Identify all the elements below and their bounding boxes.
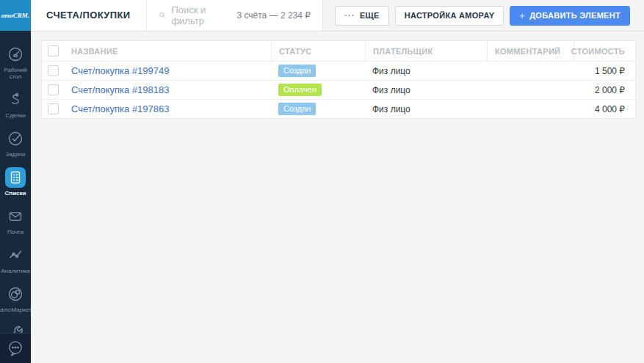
row-checkbox-cell: [42, 103, 64, 114]
row-checkbox-cell: [42, 84, 64, 95]
column-header-name[interactable]: НАЗВАНИЕ: [64, 41, 271, 61]
logo-text: amoCRM.: [1, 12, 29, 19]
tasks-icon: [5, 128, 26, 149]
sidebar-item-label: Сделки: [5, 112, 25, 119]
add-element-button[interactable]: + ДОБАВИТЬ ЭЛЕМЕНТ: [510, 6, 630, 26]
dashboard-icon: [5, 44, 26, 65]
top-bar-left: СЧЕТА/ПОКУПКИ Поиск и фильтр 3 счёта — 2…: [31, 0, 323, 31]
price-cell: 2 000 ₽: [574, 85, 635, 95]
analytics-icon: [5, 245, 26, 265]
totals-summary: 3 счёта — 2 234 ₽: [236, 0, 322, 31]
payer-cell: Физ лицо: [365, 104, 487, 114]
sidebar-item-label: Аналитика: [1, 268, 30, 274]
sidebar: amoCRM. Рабочий стол Сделки Задачи Спис: [0, 0, 31, 363]
sidebar-item-mail[interactable]: Почта: [0, 202, 31, 241]
search-placeholder: Поиск и фильтр: [171, 4, 225, 26]
invoice-link[interactable]: Счет/покупка #199749: [71, 65, 169, 76]
amocrm-logo[interactable]: amoCRM.: [0, 0, 31, 31]
row-checkbox-cell: [42, 65, 64, 76]
column-header-status[interactable]: СТАТУС: [271, 41, 365, 61]
row-checkbox[interactable]: [48, 103, 59, 114]
header-checkbox-cell: [42, 45, 64, 56]
column-header-price[interactable]: СТОИМОСТЬ: [574, 41, 635, 61]
sidebar-item-tasks[interactable]: Задачи: [0, 124, 31, 163]
lists-icon: [5, 167, 26, 188]
table-row: Счет/покупка #198183 Оплачен Физ лицо 2 …: [42, 80, 635, 99]
plus-icon: +: [519, 10, 525, 21]
mail-icon: [5, 206, 26, 227]
add-button-label: ДОБАВИТЬ ЭЛЕМЕНТ: [529, 11, 621, 20]
deals-icon: [5, 89, 26, 110]
sidebar-item-label: Рабочий стол: [0, 67, 31, 80]
support-chat-button[interactable]: [0, 333, 31, 363]
sidebar-item-label: Почта: [7, 229, 23, 235]
sidebar-item-deals[interactable]: Сделки: [0, 85, 31, 124]
sidebar-item-label: Задачи: [6, 151, 26, 158]
search-input[interactable]: Поиск и фильтр: [147, 0, 237, 31]
chat-icon: [6, 339, 25, 358]
market-icon: [5, 284, 26, 304]
sidebar-item-lists[interactable]: Списки: [0, 163, 31, 202]
payer-cell: Физ лицо: [365, 66, 487, 76]
invoice-link[interactable]: Счет/покупка #197863: [71, 103, 169, 114]
sidebar-nav: Рабочий стол Сделки Задачи Списки Почта: [0, 31, 31, 357]
column-header-payer[interactable]: ПЛАТЕЛЬЩИК: [365, 41, 487, 61]
status-badge: Оплачен: [278, 84, 322, 96]
more-button[interactable]: ··· ЕЩЕ: [335, 6, 389, 26]
column-header-comment[interactable]: КОММЕНТАРИЙ: [487, 41, 574, 61]
status-badge: Создан: [278, 65, 316, 77]
select-all-checkbox[interactable]: [48, 45, 59, 56]
price-cell: 1 500 ₽: [574, 66, 635, 76]
row-checkbox[interactable]: [48, 84, 59, 95]
search-icon: [159, 10, 167, 21]
amopay-button-label: НАСТРОЙКА AMOPAY: [405, 11, 495, 20]
top-bar-actions: ··· ЕЩЕ НАСТРОЙКА AMOPAY + ДОБАВИТЬ ЭЛЕМ…: [323, 0, 644, 31]
row-checkbox[interactable]: [48, 65, 59, 76]
payer-cell: Физ лицо: [365, 85, 487, 95]
invoices-table: НАЗВАНИЕ СТАТУС ПЛАТЕЛЬЩИК КОММЕНТАРИЙ С…: [41, 40, 636, 119]
page-title: СЧЕТА/ПОКУПКИ: [31, 0, 147, 31]
more-button-label: ЕЩЕ: [360, 11, 380, 20]
price-cell: 4 000 ₽: [574, 104, 635, 114]
sidebar-item-dashboard[interactable]: Рабочий стол: [0, 38, 31, 85]
table-row: Счет/покупка #197863 Создан Физ лицо 4 0…: [42, 99, 635, 118]
amopay-settings-button[interactable]: НАСТРОЙКА AMOPAY: [395, 6, 504, 26]
sidebar-item-market[interactable]: amoМаркет: [0, 279, 31, 318]
invoice-link[interactable]: Счет/покупка #198183: [71, 84, 169, 95]
sidebar-item-label: amoМаркет: [0, 307, 31, 313]
sidebar-item-analytics[interactable]: Аналитика: [0, 241, 31, 279]
sidebar-item-label: Списки: [5, 190, 26, 197]
ellipsis-icon: ···: [344, 10, 355, 21]
status-badge: Создан: [278, 103, 316, 115]
table-header-row: НАЗВАНИЕ СТАТУС ПЛАТЕЛЬЩИК КОММЕНТАРИЙ С…: [42, 41, 635, 61]
top-bar: СЧЕТА/ПОКУПКИ Поиск и фильтр 3 счёта — 2…: [31, 0, 644, 32]
table-row: Счет/покупка #199749 Создан Физ лицо 1 5…: [42, 61, 635, 80]
